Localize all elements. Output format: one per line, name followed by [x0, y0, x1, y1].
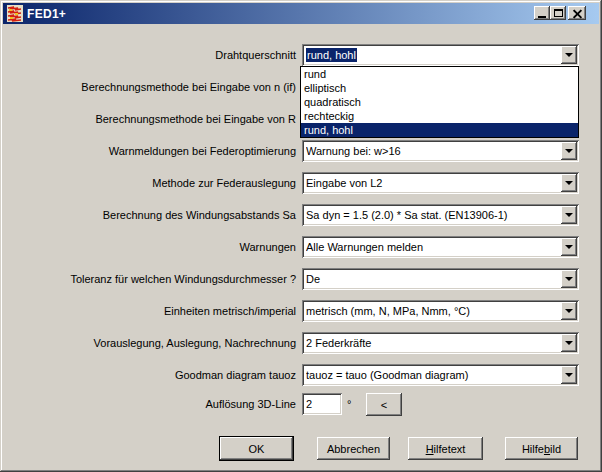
minimize-icon	[538, 16, 546, 18]
label-berechnungsmethode-r: Berechnungsmethode bei Eingabe von R	[8, 108, 296, 130]
label-aufloesung-3d-line: Auflösung 3D-Line	[8, 393, 296, 415]
dialog-window: FED1+ Drahtquerschnitt rund, hohl rund e…	[0, 0, 602, 472]
dropdown-item-elliptisch[interactable]: elliptisch	[301, 81, 578, 95]
combo-warnungen-dropdown-button[interactable]	[561, 238, 577, 256]
combo-windungsabstand[interactable]: Sa dyn = 1.5 (2.0) * Sa stat. (EN13906-1…	[302, 204, 579, 226]
dropdown-item-rund-hohl[interactable]: rund, hohl	[301, 123, 578, 137]
combo-einheiten-dropdown-button[interactable]	[561, 302, 577, 320]
combo-goodman[interactable]: tauoz = tauo (Goodman diagram)	[302, 364, 579, 386]
combo-vorauslegung-dropdown-button[interactable]	[561, 334, 577, 352]
chevron-down-icon	[565, 149, 573, 157]
dropdown-item-quadratisch[interactable]: quadratisch	[301, 95, 578, 109]
chevron-down-icon	[565, 181, 573, 189]
combo-toleranz-value: De	[306, 270, 559, 288]
maximize-icon	[554, 9, 563, 17]
chevron-down-icon	[565, 277, 573, 285]
app-spring-icon	[6, 5, 23, 22]
cancel-button[interactable]: Abbrechen	[317, 437, 390, 460]
combo-windungsabstand-dropdown-button[interactable]	[561, 206, 577, 224]
combo-toleranz-dropdown-button[interactable]	[561, 270, 577, 288]
aufloesung-input[interactable]	[302, 393, 342, 415]
chevron-down-icon	[565, 245, 573, 253]
degree-unit-label: °	[347, 393, 351, 415]
chevron-down-icon	[565, 53, 573, 61]
label-methode-federauslegung: Methode zur Federauslegung	[8, 172, 296, 194]
dropdown-item-rund[interactable]: rund	[301, 67, 578, 81]
combo-goodman-value: tauoz = tauo (Goodman diagram)	[306, 366, 559, 384]
combo-einheiten-value: metrisch (mm, N, MPa, Nmm, °C)	[306, 302, 559, 320]
combo-methode-federauslegung[interactable]: Eingabe von L2	[302, 172, 579, 194]
dropdown-item-rechteckig[interactable]: rechteckig	[301, 109, 578, 123]
label-warnmeldungen: Warnmeldungen bei Federoptimierung	[8, 140, 296, 162]
label-toleranz: Toleranz für welchen Windungsdurchmesser…	[8, 268, 296, 290]
combo-drahtquerschnitt-dropdown-button[interactable]	[561, 46, 577, 64]
drahtquerschnitt-dropdown-list: rund elliptisch quadratisch rechteckig r…	[300, 66, 579, 138]
chevron-down-icon	[565, 309, 573, 317]
helptext-button[interactable]: Hilfetext	[408, 437, 483, 460]
combo-toleranz[interactable]: De	[302, 268, 579, 290]
label-goodman: Goodman diagram tauoz	[8, 364, 296, 386]
combo-methode-federauslegung-dropdown-button[interactable]	[561, 174, 577, 192]
chevron-down-icon	[565, 213, 573, 221]
combo-warnmeldungen[interactable]: Warnung bei: w>16	[302, 140, 579, 162]
minimize-button[interactable]	[534, 6, 550, 20]
chevron-down-icon	[565, 373, 573, 381]
combo-warnmeldungen-dropdown-button[interactable]	[561, 142, 577, 160]
combo-vorauslegung[interactable]: 2 Federkräfte	[302, 332, 579, 354]
label-drahtquerschnitt: Drahtquerschnitt	[8, 44, 296, 66]
title-bar[interactable]: FED1+	[3, 3, 599, 24]
close-icon	[573, 9, 582, 18]
decrease-button[interactable]: <	[366, 393, 402, 416]
label-vorauslegung: Vorauslegung, Auslegung, Nachrechnung	[8, 332, 296, 354]
combo-warnmeldungen-value: Warnung bei: w>16	[306, 142, 559, 160]
label-warnungen: Warnungen	[8, 236, 296, 258]
helpimage-button[interactable]: Hilfebild	[505, 437, 578, 460]
combo-methode-federauslegung-value: Eingabe von L2	[306, 174, 559, 192]
combo-drahtquerschnitt[interactable]: rund, hohl	[302, 44, 579, 66]
combo-goodman-dropdown-button[interactable]	[561, 366, 577, 384]
chevron-down-icon	[565, 341, 573, 349]
label-berechnungsmethode-n: Berechnungsmethode bei Eingabe von n (if…	[8, 76, 296, 98]
ok-button[interactable]: OK	[219, 436, 294, 461]
combo-windungsabstand-value: Sa dyn = 1.5 (2.0) * Sa stat. (EN13906-1…	[306, 206, 559, 224]
combo-warnungen-value: Alle Warnungen melden	[306, 238, 559, 256]
label-windungsabstand: Berechnung des Windungsabstands Sa	[8, 204, 296, 226]
window-title: FED1+	[27, 3, 66, 24]
combo-vorauslegung-value: 2 Federkräfte	[306, 334, 559, 352]
close-button[interactable]	[568, 6, 586, 20]
combo-einheiten[interactable]: metrisch (mm, N, MPa, Nmm, °C)	[302, 300, 579, 322]
combo-drahtquerschnitt-value: rund, hohl	[306, 46, 559, 64]
combo-warnungen[interactable]: Alle Warnungen melden	[302, 236, 579, 258]
label-einheiten: Einheiten metrisch/imperial	[8, 300, 296, 322]
maximize-button[interactable]	[550, 6, 566, 20]
